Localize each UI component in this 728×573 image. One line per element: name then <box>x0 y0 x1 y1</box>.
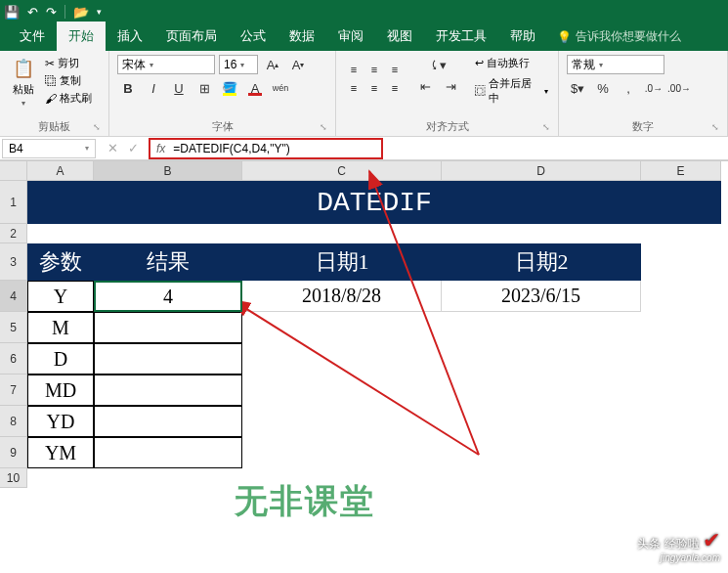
cell[interactable]: YM <box>27 437 94 468</box>
tab-formulas[interactable]: 公式 <box>229 22 278 51</box>
increase-font-button[interactable]: A▴ <box>262 55 283 74</box>
fill-color-button[interactable]: 🪣 <box>219 78 240 98</box>
cell[interactable]: 结果 <box>94 243 242 281</box>
font-color-button[interactable]: A <box>244 78 266 98</box>
cell[interactable] <box>94 312 242 343</box>
increase-indent-button[interactable]: ⇥ <box>440 76 461 96</box>
formula-input-highlighted[interactable]: fx =DATEDIF(C4,D4,"Y") <box>149 138 383 159</box>
merge-center-button[interactable]: ⿴合并后居中▾ <box>473 75 550 107</box>
wrap-text-button[interactable]: ↩自动换行 <box>473 55 550 71</box>
orientation-button[interactable]: ⤹▾ <box>414 55 461 74</box>
comma-button[interactable]: , <box>618 78 639 98</box>
column-header-A[interactable]: A <box>27 161 94 181</box>
copy-button[interactable]: ⿻复制 <box>43 72 94 89</box>
dialog-launcher-icon[interactable]: ⤡ <box>542 122 550 132</box>
tab-help[interactable]: 帮助 <box>498 22 547 51</box>
save-icon[interactable]: 💾 <box>4 5 20 20</box>
row-header-2[interactable]: 2 <box>0 224 27 243</box>
tab-dev[interactable]: 开发工具 <box>424 22 498 51</box>
cell[interactable]: MD <box>27 375 94 406</box>
row-header-9[interactable]: 9 <box>0 437 27 468</box>
column-header-B[interactable]: B <box>94 161 242 181</box>
phonetic-button[interactable]: wén <box>270 78 291 98</box>
cell[interactable] <box>94 375 242 406</box>
row-header-10[interactable]: 10 <box>0 468 27 488</box>
row-header-1[interactable]: 1 <box>0 181 27 224</box>
cell[interactable]: 2023/6/15 <box>442 281 641 312</box>
redo-icon[interactable]: ↷ <box>46 5 57 20</box>
tab-insert[interactable]: 插入 <box>106 22 154 51</box>
bold-button[interactable]: B <box>117 78 139 98</box>
percent-button[interactable]: % <box>592 78 614 98</box>
row-header-8[interactable]: 8 <box>0 406 27 437</box>
column-header-C[interactable]: C <box>242 161 442 181</box>
tab-view[interactable]: 视图 <box>375 22 424 51</box>
active-cell[interactable]: 4 <box>94 281 242 312</box>
select-all-corner[interactable] <box>0 161 27 181</box>
align-center-button[interactable]: ≡ <box>364 79 384 97</box>
align-bottom-button[interactable]: ≡ <box>385 61 405 78</box>
tell-me-search[interactable]: 💡 告诉我你想要做什么 <box>547 22 691 51</box>
column-header-E[interactable]: E <box>641 161 721 181</box>
currency-button[interactable]: $▾ <box>567 78 588 98</box>
cell[interactable]: 参数 <box>27 243 94 281</box>
column-header-D[interactable]: D <box>442 161 641 181</box>
dialog-launcher-icon[interactable]: ⤡ <box>320 122 327 132</box>
cell[interactable]: M <box>27 312 94 343</box>
cell[interactable]: 日期2 <box>442 243 641 281</box>
cut-button[interactable]: ✂剪切 <box>43 55 94 71</box>
border-button[interactable]: ⊞ <box>193 78 215 98</box>
tab-review[interactable]: 审阅 <box>326 22 375 51</box>
decrease-font-button[interactable]: A▾ <box>287 55 309 74</box>
dialog-launcher-icon[interactable]: ⤡ <box>711 122 719 132</box>
dropdown-icon[interactable]: ▾ <box>97 7 102 17</box>
decrease-indent-button[interactable]: ⇤ <box>414 76 436 96</box>
clipboard-group-label: 剪贴板⤡ <box>8 117 101 134</box>
row-header-4[interactable]: 4 <box>0 281 27 312</box>
cancel-icon[interactable]: ✕ <box>107 141 118 155</box>
underline-button[interactable]: U <box>168 78 190 98</box>
font-size-combo[interactable]: 16▾ <box>219 55 258 74</box>
row-header-6[interactable]: 6 <box>0 343 27 375</box>
accept-icon[interactable]: ✓ <box>128 141 139 155</box>
tab-layout[interactable]: 页面布局 <box>154 22 229 51</box>
name-box-value: B4 <box>9 142 23 155</box>
paste-button[interactable]: 📋 粘贴 ▾ <box>8 55 39 110</box>
row-header-7[interactable]: 7 <box>0 375 27 406</box>
tab-data[interactable]: 数据 <box>278 22 326 51</box>
format-painter-button[interactable]: 🖌格式刷 <box>43 90 94 107</box>
font-group-label: 字体⤡ <box>117 117 327 134</box>
cell[interactable] <box>94 437 242 468</box>
cell[interactable]: DATEDIF <box>27 181 721 224</box>
chevron-down-icon: ▾ <box>21 99 25 108</box>
name-box[interactable]: B4 ▾ <box>2 139 96 158</box>
cell[interactable]: 2018/8/28 <box>242 281 442 312</box>
decrease-decimal-button[interactable]: .00→ <box>668 78 690 98</box>
tab-file[interactable]: 文件 <box>8 22 57 51</box>
cell[interactable]: YD <box>27 406 94 437</box>
align-middle-button[interactable]: ≡ <box>364 61 384 78</box>
row-header-5[interactable]: 5 <box>0 312 27 343</box>
folder-icon[interactable]: 📂 <box>73 5 89 20</box>
row-header-3[interactable]: 3 <box>0 243 27 281</box>
font-size-value: 16 <box>224 58 236 71</box>
brand-line2: jingyanla.com <box>637 552 720 563</box>
align-right-button[interactable]: ≡ <box>385 79 405 97</box>
dialog-launcher-icon[interactable]: ⤡ <box>93 122 101 132</box>
cell[interactable] <box>94 343 242 375</box>
tab-home[interactable]: 开始 <box>57 22 106 51</box>
fx-icon: fx <box>156 142 165 155</box>
align-top-button[interactable]: ≡ <box>344 61 364 78</box>
align-left-button[interactable]: ≡ <box>344 79 364 97</box>
font-name-combo[interactable]: 宋体▾ <box>117 55 215 74</box>
cell[interactable]: Y <box>27 281 94 312</box>
italic-button[interactable]: I <box>143 78 164 98</box>
number-format-combo[interactable]: 常规▾ <box>567 55 664 74</box>
copy-icon: ⿻ <box>45 74 57 88</box>
cell[interactable] <box>94 406 242 437</box>
worksheet[interactable]: ABCDE 12345678910 DATEDIF参数结果日期1日期2Y4201… <box>0 160 728 571</box>
undo-icon[interactable]: ↶ <box>27 5 38 20</box>
cell[interactable]: D <box>27 343 94 375</box>
cell[interactable]: 日期1 <box>242 243 442 281</box>
increase-decimal-button[interactable]: .0→ <box>643 78 664 98</box>
